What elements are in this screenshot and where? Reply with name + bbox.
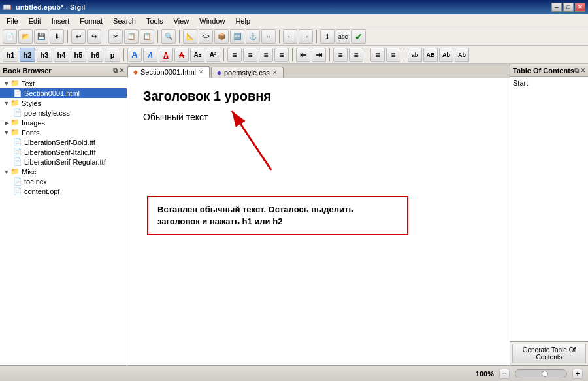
tree-label: Styles (22, 99, 41, 107)
close-button[interactable]: ✕ (575, 3, 585, 12)
align-justify-button[interactable]: ≡ (274, 48, 289, 62)
tab-poemstyle[interactable]: ◆ poemstyle.css ✕ (211, 67, 284, 78)
tree-label: poemstyle.css (24, 109, 70, 117)
sep11 (367, 48, 367, 61)
list-ul-button[interactable]: ≡ (349, 48, 363, 62)
validate-button[interactable]: ✔ (351, 29, 366, 44)
h3-button[interactable]: h3 (37, 48, 52, 62)
increase-font-button[interactable]: ≡ (386, 48, 400, 62)
tree-item-styles-folder[interactable]: ▼ 📁 Styles (0, 98, 127, 108)
strikethrough-text-button[interactable]: A (174, 48, 189, 62)
open-button[interactable]: 📂 (18, 29, 33, 44)
copy-button[interactable]: 📋 (124, 29, 139, 44)
list-ol-button[interactable]: ≡ (333, 48, 348, 62)
expand-icon: ▼ (3, 80, 10, 87)
h2-button[interactable]: h2 (20, 48, 35, 62)
info-button[interactable]: ℹ (320, 29, 335, 44)
menu-view[interactable]: View (169, 14, 195, 27)
tree-item-text-folder[interactable]: ▼ 📁 Text (0, 78, 127, 88)
toc-close-icon[interactable]: ✕ (580, 67, 585, 75)
toc-button-area: Generate Table Of Contents (510, 341, 588, 365)
link-button[interactable]: ↔ (261, 29, 276, 44)
folder-icon: 📁 (10, 167, 20, 176)
outdent-button[interactable]: ⇤ (296, 48, 310, 62)
anchor-button[interactable]: ⚓ (246, 29, 260, 44)
toc-float-icon[interactable]: ⧉ (574, 67, 579, 75)
save-button[interactable]: 💾 (34, 29, 48, 44)
code-button[interactable]: <> (199, 29, 213, 44)
undo-button[interactable]: ↩ (71, 29, 86, 44)
lowercase-button[interactable]: ab (408, 48, 422, 62)
capitalize2-button[interactable]: Ab (455, 48, 469, 62)
file-css-icon: 📄 (13, 108, 22, 117)
menu-edit[interactable]: Edit (24, 14, 46, 27)
find-button[interactable]: 🔍 (161, 29, 176, 44)
h4-button[interactable]: h4 (54, 48, 69, 62)
subscript-button[interactable]: A₂ (190, 48, 204, 62)
capitalize1-button[interactable]: Ab (439, 48, 453, 62)
zoom-minus-button[interactable]: − (499, 369, 510, 379)
decrease-font-button[interactable]: ≡ (370, 48, 385, 62)
tree-item-images-folder[interactable]: ▶ 📁 Images (0, 118, 127, 127)
align-right-button[interactable]: ≡ (259, 48, 273, 62)
tree-item-font3[interactable]: 📄 LiberationSerif-Regular.ttf (0, 157, 127, 167)
zoom-plus-button[interactable]: + (572, 369, 583, 379)
h1-button[interactable]: h1 (3, 48, 18, 62)
menu-tools[interactable]: Tools (141, 14, 169, 27)
font-button[interactable]: 🔤 (230, 29, 244, 44)
indent-button[interactable]: ⇥ (312, 48, 326, 62)
h6-button[interactable]: h6 (88, 48, 103, 62)
cursor-button[interactable]: 📐 (183, 29, 197, 44)
menu-help[interactable]: Help (230, 14, 255, 27)
tab-section0001[interactable]: ◆ Section0001.html ✕ (127, 66, 210, 78)
folder-icon: 📁 (10, 118, 20, 127)
align-left-button[interactable]: ≡ (227, 48, 242, 62)
tree-item-content-opf[interactable]: 📄 content.opf (0, 186, 127, 196)
h5-button[interactable]: h5 (71, 48, 86, 62)
menu-insert[interactable]: Insert (46, 14, 75, 27)
zoom-slider[interactable] (515, 369, 567, 378)
tree-item-poemstyle[interactable]: 📄 poemstyle.css (0, 108, 127, 118)
align-center-button[interactable]: ≡ (243, 48, 257, 62)
menu-file[interactable]: File (1, 14, 24, 27)
menu-window[interactable]: Window (194, 14, 230, 27)
back-button[interactable]: ← (283, 29, 297, 44)
minimize-button[interactable]: ─ (551, 3, 562, 12)
tab-close-poemstyle[interactable]: ✕ (272, 69, 278, 76)
editor-area[interactable]: Заголовок 1 уровня Обычный текст Вставле… (127, 78, 510, 365)
expand-icon: ▼ (3, 129, 10, 136)
italic-text-button[interactable]: A (143, 48, 157, 62)
tree-item-font1[interactable]: 📄 LiberationSerif-Bold.ttf (0, 137, 127, 147)
uppercase-button[interactable]: AB (423, 48, 438, 62)
panel-close-icon[interactable]: ✕ (119, 67, 124, 75)
paste-button[interactable]: 📋 (140, 29, 154, 44)
tab-html-icon: ◆ (133, 69, 138, 75)
tree-item-font2[interactable]: 📄 LiberationSerif-Italic.ttf (0, 147, 127, 157)
toc-start-label: Start (513, 79, 528, 87)
menu-search[interactable]: Search (108, 14, 141, 27)
sep10 (329, 48, 330, 61)
superscript-button[interactable]: A² (206, 48, 220, 62)
tree-item-misc-folder[interactable]: ▼ 📁 Misc (0, 167, 127, 176)
save-all-button[interactable]: ⬇ (50, 29, 64, 44)
tree-item-section0001[interactable]: 📄 Section0001.html (0, 88, 127, 98)
new-file-button[interactable]: 📄 (3, 29, 17, 44)
underline-text-button[interactable]: A (159, 48, 173, 62)
p-button[interactable]: p (105, 48, 120, 62)
spell-button[interactable]: abc (336, 29, 350, 44)
forward-button[interactable]: → (299, 29, 313, 44)
menu-format[interactable]: Format (74, 14, 108, 27)
pack-button[interactable]: 📦 (214, 29, 229, 44)
generate-toc-button[interactable]: Generate Table Of Contents (512, 344, 586, 363)
panel-float-icon[interactable]: ⧉ (113, 67, 118, 75)
maximize-button[interactable]: □ (563, 3, 574, 12)
app-icon: 📖 (3, 3, 12, 12)
tree-item-toc-ncx[interactable]: 📄 toc.ncx (0, 176, 127, 186)
bold-text-button[interactable]: A (127, 48, 142, 62)
toolbar-format: h1 h2 h3 h4 h5 h6 p A A A A A₂ A² ≡ ≡ ≡ … (0, 46, 588, 64)
redo-button[interactable]: ↪ (87, 29, 101, 44)
cut-button[interactable]: ✂ (108, 29, 123, 44)
toc-start-item[interactable]: Start (512, 78, 587, 88)
tab-close-section0001[interactable]: ✕ (199, 69, 204, 75)
tree-item-fonts-folder[interactable]: ▼ 📁 Fonts (0, 127, 127, 137)
